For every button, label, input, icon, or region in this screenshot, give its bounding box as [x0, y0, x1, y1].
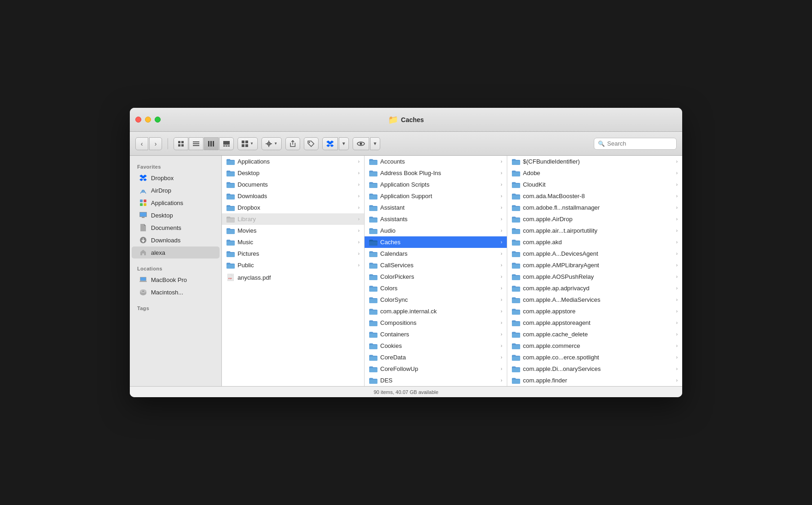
col2-assistant[interactable]: Assistant › — [365, 202, 507, 213]
item-label: ColorSync — [380, 296, 501, 303]
back-button[interactable]: ‹ — [135, 137, 148, 150]
svg-rect-87 — [512, 195, 520, 199]
col1-dropbox[interactable]: Dropbox › — [222, 202, 364, 213]
sidebar-item-documents[interactable]: Documents — [132, 222, 220, 234]
col3-dictionary[interactable]: com.apple.Di...onaryServices › — [507, 363, 682, 375]
col2-assistants[interactable]: Assistants › — [365, 213, 507, 225]
sidebar-item-desktop[interactable]: Desktop — [132, 209, 220, 221]
eye-button[interactable] — [353, 137, 369, 150]
chevron-right-icon: › — [501, 159, 502, 164]
sidebar-item-label: Desktop — [151, 212, 173, 219]
col1-applications[interactable]: Applications › — [222, 156, 364, 167]
item-label: com.apple.appstoreagent — [523, 319, 676, 326]
svg-rect-66 — [369, 183, 377, 188]
chevron-right-icon: › — [501, 297, 502, 302]
col3-macbooster[interactable]: com.ada.MacBooster-8 › — [507, 190, 682, 202]
sidebar-item-airdrop[interactable]: AirDrop — [132, 184, 220, 196]
column-1: Applications › Desktop › Documents › — [222, 156, 365, 386]
col1-downloads[interactable]: Downloads › — [222, 190, 364, 202]
col3-airportutility[interactable]: com.apple.air...t.airportutility › — [507, 225, 682, 236]
col3-airdrop[interactable]: com.apple.AirDrop › — [507, 213, 682, 225]
col3-devicesagent[interactable]: com.apple.A...DevicesAgent › — [507, 248, 682, 259]
gallery-view-button[interactable] — [219, 137, 234, 150]
col2-audio[interactable]: Audio › — [365, 225, 507, 236]
col2-accounts[interactable]: Accounts › — [365, 156, 507, 167]
share-button[interactable] — [285, 137, 300, 150]
chevron-right-icon: › — [676, 378, 678, 383]
column-view-button[interactable] — [204, 137, 219, 150]
col1-music[interactable]: Music › — [222, 236, 364, 248]
col2-des[interactable]: DES › — [365, 375, 507, 386]
chevron-right-icon: › — [676, 286, 678, 291]
svg-rect-65 — [369, 172, 377, 176]
maximize-button[interactable] — [155, 117, 161, 123]
chevron-right-icon: › — [501, 332, 502, 337]
col3-appstoreagent[interactable]: com.apple.appstoreagent › — [507, 317, 682, 329]
sidebar-item-applications[interactable]: Applications — [132, 197, 220, 209]
col3-commerce[interactable]: com.apple.commerce › — [507, 340, 682, 352]
tag-button[interactable] — [304, 137, 319, 150]
col3-cloudkit[interactable]: CloudKit › — [507, 179, 682, 190]
actions-button[interactable]: ▼ — [261, 137, 282, 150]
col1-movies[interactable]: Movies › — [222, 225, 364, 236]
col2-cookies[interactable]: Cookies › — [365, 340, 507, 352]
col2-colors[interactable]: Colors › — [365, 282, 507, 294]
sidebar-item-macintosh[interactable]: Macintosh... — [132, 286, 220, 298]
close-button[interactable] — [135, 117, 141, 123]
col3-akd[interactable]: com.apple.akd › — [507, 236, 682, 248]
col2-containers[interactable]: Containers › — [365, 329, 507, 340]
col2-appsupport[interactable]: Application Support › — [365, 190, 507, 202]
icon-view-button[interactable] — [174, 137, 188, 150]
col2-caches[interactable]: Caches › — [365, 236, 507, 248]
col1-anyclass-pdf[interactable]: PDF anyclass.pdf — [222, 271, 364, 284]
svg-rect-43 — [142, 217, 145, 218]
sidebar-item-downloads[interactable]: Downloads — [132, 234, 220, 246]
col2-callservices[interactable]: CallServices › — [365, 259, 507, 271]
col1-library[interactable]: Library › — [222, 213, 364, 225]
list-view-button[interactable] — [189, 137, 203, 150]
col3-cache-delete[interactable]: com.apple.cache_delete › — [507, 329, 682, 340]
forward-button[interactable]: › — [149, 137, 162, 150]
col1-desktop[interactable]: Desktop › — [222, 167, 364, 179]
sidebar-item-label: Documents — [151, 224, 181, 231]
dropbox-dropdown-button[interactable]: ▼ — [339, 137, 349, 150]
col2-coredata[interactable]: CoreData › — [365, 352, 507, 363]
sidebar-item-dropbox[interactable]: Dropbox — [132, 172, 220, 184]
col3-adobe[interactable]: Adobe › — [507, 167, 682, 179]
col1-pictures[interactable]: Pictures › — [222, 248, 364, 259]
dropbox-button[interactable] — [322, 137, 338, 150]
folder-icon — [512, 262, 520, 269]
col3-amplibrary[interactable]: com.apple.AMPLibraryAgent › — [507, 259, 682, 271]
chevron-right-icon: › — [358, 263, 360, 268]
col3-appstore[interactable]: com.apple.appstore › — [507, 305, 682, 317]
sidebar-item-macbookpro[interactable]: MacBook Pro — [132, 274, 220, 286]
col3-finder[interactable]: com.apple.finder › — [507, 375, 682, 386]
col2-compositions[interactable]: Compositions › — [365, 317, 507, 329]
minimize-button[interactable] — [145, 117, 151, 123]
search-bar[interactable]: 🔍 — [594, 138, 677, 150]
col3-mediaservices[interactable]: com.apple.A...MediaServices › — [507, 294, 682, 305]
col2-calendars[interactable]: Calendars › — [365, 248, 507, 259]
col1-documents[interactable]: Documents › — [222, 179, 364, 190]
col3-aospushrelay[interactable]: com.apple.AOSPushRelay › — [507, 271, 682, 282]
folder-icon — [226, 182, 235, 188]
col2-corefollowup[interactable]: CoreFollowUp › — [365, 363, 507, 375]
svg-rect-83 — [369, 379, 377, 383]
col2-colorsync[interactable]: ColorSync › — [365, 294, 507, 305]
group-by-button[interactable]: ▼ — [238, 137, 258, 150]
col2-comapple-internal[interactable]: com.apple.internal.ck › — [365, 305, 507, 317]
col3-adprivacyd[interactable]: com.apple.ap.adprivacyd › — [507, 282, 682, 294]
traffic-lights — [135, 117, 161, 123]
col3-adobe-installmanager[interactable]: com.adobe.fl...nstallmanager › — [507, 202, 682, 213]
search-input[interactable] — [607, 140, 673, 147]
eye-dropdown-button[interactable]: ▼ — [370, 137, 380, 150]
col2-addressbook[interactable]: Address Book Plug-Ins › — [365, 167, 507, 179]
svg-rect-17 — [245, 144, 248, 147]
col3-commerce-spotlight[interactable]: com.apple.co...erce.spotlight › — [507, 352, 682, 363]
col3-cfbundle[interactable]: $(CFBundleIdentifier) › — [507, 156, 682, 167]
col2-appscripts[interactable]: Application Scripts › — [365, 179, 507, 190]
item-label: Assistants — [380, 216, 501, 223]
sidebar-item-alexa[interactable]: alexa — [132, 247, 220, 258]
col2-colorpickers[interactable]: ColorPickers › — [365, 271, 507, 282]
col1-public[interactable]: Public › — [222, 259, 364, 271]
